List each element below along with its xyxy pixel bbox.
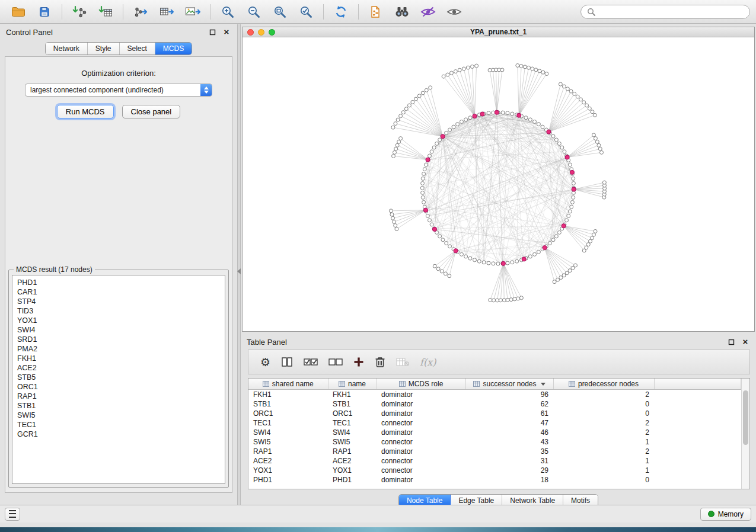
network-node[interactable]: [568, 210, 572, 213]
network-node[interactable]: [473, 114, 477, 118]
network-node[interactable]: [440, 270, 444, 273]
network-node[interactable]: [582, 101, 586, 104]
network-node[interactable]: [560, 146, 564, 149]
network-node[interactable]: [502, 299, 506, 302]
network-node[interactable]: [428, 154, 431, 158]
close-panel-button[interactable]: ×: [222, 27, 231, 37]
open-button[interactable]: [6, 2, 31, 21]
network-node[interactable]: [473, 258, 477, 262]
mcds-node[interactable]: CAR1: [17, 287, 220, 297]
tab-network[interactable]: Network: [46, 43, 88, 55]
hide-selected-button[interactable]: [416, 2, 441, 21]
clone-network-button[interactable]: [363, 2, 388, 21]
network-node[interactable]: [566, 87, 569, 91]
network-node[interactable]: [448, 274, 451, 278]
network-node[interactable]: [432, 146, 436, 149]
export-image-button[interactable]: [180, 2, 205, 21]
network-node[interactable]: [537, 123, 540, 126]
float-panel-button[interactable]: [208, 27, 217, 37]
network-node[interactable]: [600, 151, 604, 155]
mcds-node[interactable]: STB5: [17, 373, 220, 382]
network-node[interactable]: [423, 208, 428, 212]
zoom-selected-button[interactable]: [294, 2, 318, 21]
network-node[interactable]: [519, 296, 523, 300]
network-node[interactable]: [565, 219, 569, 222]
table-row[interactable]: PHD1PHD1dominator180: [248, 475, 741, 485]
network-node[interactable]: [567, 214, 570, 218]
import-table-button[interactable]: [93, 2, 118, 21]
network-node[interactable]: [421, 196, 425, 200]
network-node[interactable]: [593, 113, 596, 117]
refresh-button[interactable]: [328, 2, 353, 21]
network-node[interactable]: [432, 227, 436, 232]
column-header-name[interactable]: name: [328, 379, 377, 390]
network-node[interactable]: [541, 70, 545, 74]
window-minimize-icon[interactable]: [258, 29, 264, 36]
network-node[interactable]: [470, 65, 474, 69]
network-node[interactable]: [522, 257, 526, 261]
network-node[interactable]: [395, 143, 399, 147]
zoom-out-button[interactable]: [241, 2, 266, 21]
network-node[interactable]: [420, 187, 424, 190]
run-mcds-button[interactable]: Run MCDS: [57, 105, 114, 118]
network-node[interactable]: [456, 123, 460, 126]
network-node[interactable]: [585, 104, 589, 107]
table-settings-button[interactable]: ⚙: [260, 352, 270, 371]
select-all-button[interactable]: [304, 352, 318, 371]
table-row[interactable]: FKH1FKH1dominator962: [248, 390, 741, 400]
network-node[interactable]: [591, 236, 594, 240]
column-header-shared-name[interactable]: shared name: [248, 379, 328, 390]
scrollbar-thumb[interactable]: [743, 390, 748, 445]
table-row[interactable]: RAP1RAP1dominator352: [248, 447, 741, 456]
network-canvas[interactable]: [243, 37, 754, 331]
network-node[interactable]: [460, 120, 463, 124]
network-node[interactable]: [445, 131, 448, 134]
network-node[interactable]: [468, 257, 472, 260]
network-node[interactable]: [393, 220, 396, 224]
network-node[interactable]: [563, 150, 566, 153]
network-node[interactable]: [553, 280, 556, 284]
network-node[interactable]: [565, 271, 569, 275]
mcds-node[interactable]: PMA2: [17, 344, 220, 354]
network-node[interactable]: [557, 231, 561, 235]
network-node[interactable]: [442, 75, 445, 78]
network-node[interactable]: [572, 196, 575, 200]
network-node[interactable]: [574, 264, 578, 267]
mcds-node[interactable]: PHD1: [17, 278, 220, 287]
network-node[interactable]: [454, 70, 457, 73]
network-node[interactable]: [396, 118, 400, 121]
network-node[interactable]: [506, 298, 509, 302]
network-node[interactable]: [458, 68, 461, 72]
network-titlebar[interactable]: YPA_prune.txt_1: [243, 27, 754, 37]
network-node[interactable]: [430, 223, 433, 226]
network-node[interactable]: [422, 172, 426, 176]
network-node[interactable]: [527, 66, 531, 70]
table-row[interactable]: STB1STB1dominator620: [248, 399, 741, 409]
table-row[interactable]: ORC1ORC1dominator610: [248, 409, 741, 418]
network-node[interactable]: [433, 264, 436, 268]
network-node[interactable]: [547, 130, 551, 134]
network-node[interactable]: [452, 125, 455, 129]
network-node[interactable]: [449, 71, 453, 75]
network-node[interactable]: [586, 243, 590, 246]
network-node[interactable]: [594, 230, 597, 233]
network-node[interactable]: [482, 261, 486, 264]
network-node[interactable]: [421, 177, 425, 181]
mcds-node[interactable]: SRD1: [17, 335, 220, 344]
network-node[interactable]: [572, 177, 575, 181]
network-node[interactable]: [422, 201, 426, 204]
network-node[interactable]: [592, 133, 595, 137]
network-node[interactable]: [556, 278, 560, 281]
network-node[interactable]: [446, 73, 449, 76]
network-node[interactable]: [448, 245, 452, 248]
float-table-panel-button[interactable]: [726, 337, 736, 347]
network-node[interactable]: [495, 110, 499, 114]
table-row[interactable]: SWI5SWI5connector431: [248, 437, 741, 447]
table-row[interactable]: ACE2ACE2connector311: [248, 456, 741, 466]
network-node[interactable]: [489, 299, 492, 302]
network-node[interactable]: [488, 69, 492, 72]
network-node[interactable]: [517, 113, 521, 117]
mcds-node[interactable]: TEC1: [17, 420, 220, 430]
network-node[interactable]: [393, 151, 397, 155]
network-node[interactable]: [438, 235, 442, 238]
